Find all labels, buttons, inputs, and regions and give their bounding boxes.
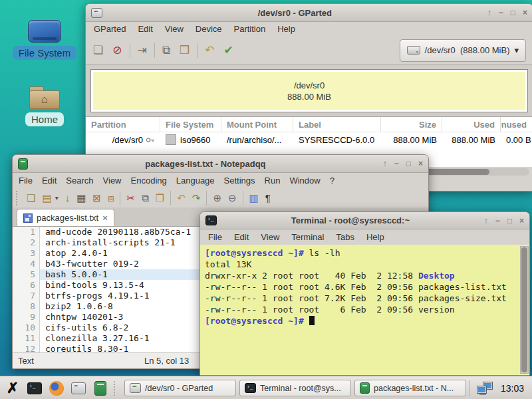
task-button-gparted[interactable]: /dev/sr0 - GParted: [124, 380, 236, 396]
line-number: 12: [13, 344, 40, 352]
redo-icon[interactable]: ↷: [189, 192, 204, 204]
gparted-window-icon: [91, 8, 102, 18]
menu-language[interactable]: Language: [172, 174, 219, 188]
resize-partition-icon[interactable]: ⇥: [133, 42, 152, 59]
menu-view[interactable]: View: [255, 230, 285, 244]
delete-partition-icon[interactable]: ⊘: [108, 42, 126, 59]
shade-button[interactable]: ↑: [383, 159, 387, 168]
shade-button[interactable]: ↑: [487, 8, 491, 17]
copy-icon[interactable]: ⧉: [138, 192, 152, 204]
save-all-icon[interactable]: ▦: [73, 192, 89, 204]
mounted-key-icon: [146, 137, 155, 143]
terminal-menubar: File Edit View Terminal Tabs Help: [200, 229, 529, 245]
menu-edit[interactable]: Edit: [132, 22, 158, 36]
maximize-button[interactable]: □: [511, 8, 515, 17]
notepadqq-launcher[interactable]: [91, 379, 110, 397]
undo-icon[interactable]: ↶: [200, 42, 219, 59]
col-partition: Partition: [86, 117, 160, 132]
minimize-button[interactable]: −: [495, 216, 500, 225]
close-document-icon[interactable]: ⊠: [89, 192, 104, 204]
menu-file[interactable]: File: [202, 230, 228, 244]
save-icon[interactable]: ↓: [62, 192, 74, 204]
drive-icon: [407, 46, 420, 55]
shade-button[interactable]: ↑: [484, 216, 488, 225]
maximize-button[interactable]: □: [507, 216, 512, 225]
notepadqq-menubar: File Edit Search View Encoding Language …: [13, 173, 428, 188]
task-label: Terminal - root@sys...: [260, 384, 341, 393]
new-file-icon[interactable]: ❏: [23, 192, 39, 204]
cell-size: 888.00 MiB: [381, 135, 442, 145]
menu-settings[interactable]: Settings: [219, 174, 260, 188]
close-all-icon[interactable]: ⧈: [104, 192, 118, 204]
notepadqq-titlebar[interactable]: packages-list.txt - Notepadqq ↑ − □ ×: [13, 155, 428, 173]
zoom-out-icon[interactable]: ⊖: [225, 192, 240, 204]
menu-terminal[interactable]: Terminal: [285, 230, 330, 244]
menu-search[interactable]: Search: [61, 174, 98, 188]
taskbar: ✗ /dev/sr0 - GParted Terminal - root@sys…: [0, 376, 532, 399]
undo-icon[interactable]: ↶: [174, 192, 189, 204]
menu-help[interactable]: Help: [271, 22, 301, 36]
close-button[interactable]: ×: [519, 216, 524, 225]
terminal-titlebar[interactable]: Terminal - root@sysresccd:~ ↑ − □ ×: [200, 212, 529, 229]
menu-partition[interactable]: Partition: [228, 22, 272, 36]
xorg-launcher[interactable]: ✗: [3, 379, 22, 397]
gparted-titlebar[interactable]: /dev/sr0 - GParted ↑ − □ ×: [86, 4, 532, 22]
open-file-icon[interactable]: ▤: [39, 192, 55, 204]
task-button-terminal[interactable]: Terminal - root@sys...: [239, 380, 351, 396]
minimize-button[interactable]: −: [499, 8, 503, 17]
menu-encoding[interactable]: Encoding: [126, 174, 172, 188]
terminal-launcher[interactable]: [25, 379, 44, 397]
close-button[interactable]: ×: [418, 159, 423, 168]
clock[interactable]: 13:03: [499, 383, 528, 394]
tab-close-icon[interactable]: ×: [102, 213, 108, 223]
line-number: 4: [13, 259, 40, 269]
menu-gparted[interactable]: GParted: [88, 22, 132, 36]
desktop-icon-home[interactable]: ⌂ Home: [13, 86, 76, 126]
close-button[interactable]: ×: [523, 8, 527, 17]
menu-edit[interactable]: Edit: [37, 174, 61, 188]
paste-partition-icon[interactable]: ❒: [175, 42, 194, 59]
col-label: Label: [293, 117, 381, 132]
paste-icon[interactable]: ❒: [152, 192, 168, 204]
menu-window[interactable]: Window: [285, 174, 325, 188]
partition-box[interactable]: /dev/sr0 888.00 MiB: [90, 69, 528, 112]
menu-edit[interactable]: Edit: [228, 230, 255, 244]
new-partition-icon[interactable]: ❏: [88, 42, 108, 59]
shell-prompt: [root@sysresccd ~]#: [205, 316, 304, 326]
panel-separator: [469, 380, 470, 396]
zoom-in-icon[interactable]: ⊕: [209, 192, 225, 204]
open-dropdown-icon[interactable]: ▾: [55, 194, 62, 203]
menu-file[interactable]: File: [14, 174, 37, 188]
gparted-toolbar: ❏ ⊘ ⇥ ⧉ ❒ ↶ ✔ /dev/sr0 (888.00 MiB) ▾: [86, 36, 532, 65]
menu-tabs[interactable]: Tabs: [330, 230, 360, 244]
xorg-icon: ✗: [7, 381, 19, 396]
menu-view[interactable]: View: [159, 22, 190, 36]
word-wrap-icon[interactable]: ▥: [246, 192, 262, 204]
show-symbols-icon[interactable]: ¶: [262, 192, 274, 204]
device-selector-label: /dev/sr0 (888.00 MiB): [425, 45, 510, 55]
gparted-launcher[interactable]: [69, 379, 88, 397]
scrollbar-thumb[interactable]: [521, 247, 527, 372]
partition-table-header: Partition File System Mount Point Label …: [86, 117, 532, 132]
desktop-icon-file-system[interactable]: File System: [13, 20, 76, 60]
home-folder-icon: ⌂: [29, 86, 60, 109]
tab-packages-list[interactable]: packages-list.txt ×: [17, 209, 114, 226]
menu-device[interactable]: Device: [190, 22, 228, 36]
task-button-notepadqq[interactable]: packages-list.txt - N...: [354, 380, 466, 396]
cut-icon[interactable]: ✂: [123, 192, 138, 204]
apply-icon[interactable]: ✔: [219, 42, 237, 59]
display-settings-tray-icon[interactable]: [473, 379, 496, 397]
menu-help[interactable]: Help: [360, 230, 390, 244]
menu-help[interactable]: ?: [325, 174, 339, 188]
minimize-button[interactable]: −: [394, 159, 399, 168]
vertical-scrollbar[interactable]: [520, 246, 529, 374]
device-selector[interactable]: /dev/sr0 (888.00 MiB) ▾: [400, 39, 526, 62]
maximize-button[interactable]: □: [406, 159, 411, 168]
window-title: /dev/sr0 - GParted: [106, 8, 483, 18]
copy-partition-icon[interactable]: ⧉: [158, 42, 175, 59]
menu-view[interactable]: View: [98, 174, 126, 188]
menu-run[interactable]: Run: [260, 174, 285, 188]
firefox-launcher[interactable]: [47, 379, 66, 397]
terminal-output[interactable]: [root@sysresccd ~]# ls -lh total 13K drw…: [200, 245, 529, 375]
table-row[interactable]: /dev/sr0 iso9660 /run/archiso/... SYSRES…: [86, 132, 532, 147]
